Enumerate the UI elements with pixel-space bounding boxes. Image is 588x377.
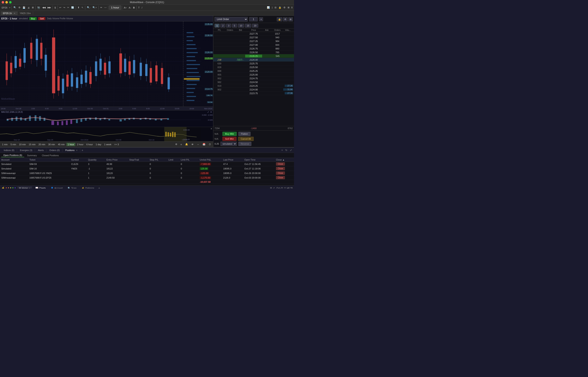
col-open-time[interactable]: Open Time: [243, 158, 275, 162]
ob-row[interactable]: 2127.75 1017: [213, 32, 294, 35]
col-limit-pl[interactable]: Limit P/L: [179, 158, 199, 162]
size-1[interactable]: 1: [214, 24, 220, 27]
order-type-select[interactable]: Limit Order: [214, 17, 248, 22]
zoom-in-icon[interactable]: 🔍+: [92, 6, 97, 9]
col-last-price[interactable]: Last Price: [222, 158, 243, 162]
grid-icon[interactable]: ⊞: [287, 6, 290, 9]
bar-chart-icon[interactable]: 📊: [266, 6, 270, 9]
tf-arrows-icon[interactable]: ↔: [196, 143, 200, 146]
font-dn-icon[interactable]: A-: [128, 6, 132, 9]
ob-row[interactable]: 2123.75 27.3K: [213, 92, 294, 95]
close-position-1[interactable]: Close: [276, 163, 285, 165]
ob-row[interactable]: 955 2125.00: [213, 73, 294, 77]
tf-30min[interactable]: 30 min: [47, 143, 56, 146]
col-stop-pl[interactable]: Stop P/L: [148, 158, 167, 162]
chart-tab-2[interactable]: YMZ6 15m: [18, 11, 33, 15]
status-tab-charts[interactable]: 📈 Charts: [34, 187, 47, 189]
ob-row[interactable]: 828 2125.50: [213, 65, 294, 69]
size-15[interactable]: 15: [245, 24, 251, 27]
tf-settings-icon[interactable]: ⚙: [174, 142, 178, 146]
tf-more[interactable]: >> 3: [113, 143, 120, 146]
lock-button[interactable]: 🔒: [277, 17, 282, 21]
col-stop-trail[interactable]: Stop/Trail: [128, 158, 148, 162]
close-button[interactable]: [2, 1, 4, 3]
subtab-summary[interactable]: Summary: [25, 154, 39, 157]
ob-row[interactable]: 2127.25 984: [213, 39, 294, 43]
maximize-button[interactable]: [9, 1, 12, 3]
status-tab-account[interactable]: 👤 Account: [49, 187, 64, 189]
status-tab-scan[interactable]: 🔍 Scan: [66, 187, 78, 189]
btm-expand-icon[interactable]: ⤢: [289, 148, 293, 152]
ob-row[interactable]: 2127.00 844: [213, 43, 294, 47]
tf-5min[interactable]: 5 min: [9, 143, 17, 146]
tf-clock-icon[interactable]: ⏱: [208, 143, 212, 146]
tab1-close[interactable]: ✕: [14, 12, 15, 14]
lock-icon[interactable]: 🔒: [278, 6, 282, 9]
btm-refresh-icon[interactable]: ↻: [284, 148, 288, 152]
timeframe-select[interactable]: 1 hour: [109, 5, 121, 10]
grid-button[interactable]: ⊞: [288, 17, 293, 21]
status-add-tab[interactable]: +: [97, 187, 101, 188]
subtab-open-positions[interactable]: Open Positions (6): [1, 153, 24, 157]
close-position-3[interactable]: Close: [276, 172, 285, 175]
camera-icon[interactable]: 📷: [36, 6, 41, 9]
tf-15min[interactable]: 15 min: [27, 143, 37, 146]
scissors-icon[interactable]: ✂: [66, 6, 70, 9]
ob-row[interactable]: 982 2124.50: [213, 80, 294, 84]
col-entry-price[interactable]: Entry Price: [105, 158, 128, 162]
search-icon[interactable]: 🔍: [13, 6, 17, 9]
macd-close-icon[interactable]: ✕: [210, 111, 212, 113]
tf-bell-icon[interactable]: 🔔: [184, 142, 189, 146]
candle-icon[interactable]: |: [271, 6, 273, 9]
btm-tab-positions[interactable]: Positions ✕: [63, 149, 81, 152]
close-position-4[interactable]: Close: [276, 176, 285, 179]
overview-close-icon[interactable]: ✕: [211, 128, 212, 130]
minimize-button[interactable]: [5, 1, 8, 3]
tf-1min[interactable]: 1 min: [1, 143, 9, 146]
size-3[interactable]: 3: [226, 24, 231, 27]
tf-10min[interactable]: 10 min: [18, 143, 27, 146]
tf-2hour[interactable]: 2 hour: [76, 143, 85, 146]
tf-6hour[interactable]: 6 hour: [85, 143, 94, 146]
size-2[interactable]: 2: [220, 24, 225, 27]
ob-row[interactable]: 952 2124.75: [213, 77, 294, 80]
config-button[interactable]: ≡: [259, 17, 263, 21]
col-quantity[interactable]: Quantity: [87, 158, 105, 162]
home-close[interactable]: ✕: [29, 187, 30, 189]
tf-list-icon[interactable]: ≡: [179, 143, 183, 146]
col-close[interactable]: Close ▲: [275, 158, 294, 162]
wave-icon[interactable]: 〰: [104, 6, 107, 9]
gear2-icon[interactable]: ⚙: [283, 6, 286, 9]
zoom-out-icon[interactable]: 🔍-: [86, 6, 92, 9]
tf-eye-icon[interactable]: 👁: [190, 143, 195, 146]
font-up-icon[interactable]: A+: [123, 6, 128, 9]
reverse-button[interactable]: Reverse: [238, 142, 251, 146]
ob-row[interactable]: 902 2124.00 31.8K: [213, 88, 294, 92]
print-icon[interactable]: 🖨: [27, 6, 31, 9]
ob-row[interactable]: 2126.50 785: [213, 50, 294, 54]
subtab-closed-positions[interactable]: Closed Positions: [40, 154, 61, 157]
btm-tab-energies[interactable]: Energies (3): [17, 149, 35, 152]
ob-row[interactable]: 630 2125.75: [213, 62, 294, 65]
arrow-icon[interactable]: ⬆: [77, 6, 80, 9]
cancel-all-button[interactable]: Cancel All: [238, 137, 254, 141]
pos-close-btn[interactable]: Close: [275, 162, 294, 166]
btm-tab-alerts[interactable]: Alerts: [35, 149, 46, 152]
ob-row[interactable]: 919 2124.25 27.3K: [213, 84, 294, 88]
dollar-icon[interactable]: $: [54, 6, 57, 9]
tf-1day[interactable]: 1 day: [94, 143, 103, 146]
tf-cal-icon[interactable]: 📅: [201, 142, 207, 146]
save-icon[interactable]: 💾: [22, 6, 26, 9]
buy-button[interactable]: Buy: [29, 17, 37, 20]
size-20[interactable]: 20: [252, 24, 258, 27]
sell-mkt-button[interactable]: Sell Mkt: [223, 137, 236, 141]
chart-tab-1[interactable]: EPZ6 1h ✕: [1, 11, 18, 15]
settings-button[interactable]: ⚙: [283, 17, 288, 21]
btm-add-icon[interactable]: +: [281, 148, 284, 152]
col-unrlzd-pl[interactable]: Unrlzd P&L: [199, 158, 222, 162]
col-limit[interactable]: Limit: [167, 158, 179, 162]
flatten-button[interactable]: Flatten: [238, 132, 251, 136]
add-tab-button[interactable]: +: [81, 149, 84, 152]
col-account[interactable]: Account: [0, 158, 28, 162]
bold-icon[interactable]: B: [132, 6, 136, 9]
